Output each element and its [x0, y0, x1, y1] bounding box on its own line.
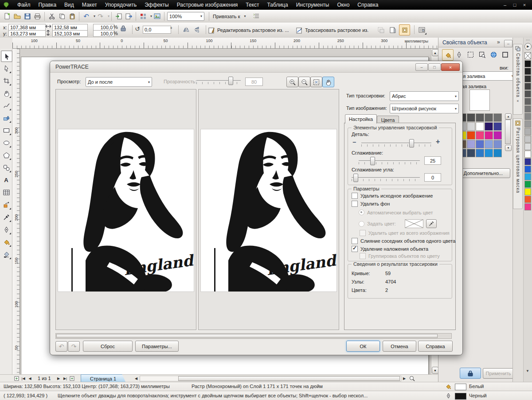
- scroll-down-button[interactable]: ▼: [432, 367, 438, 374]
- no-color-swatch[interactable]: [524, 52, 531, 59]
- remove-color-all-checkbox[interactable]: [360, 230, 366, 236]
- scale-y-field[interactable]: 100,0: [93, 30, 114, 37]
- polygon-tool[interactable]: [1, 150, 12, 160]
- fill-color-swatch[interactable]: [485, 149, 493, 157]
- hscroll-right-button[interactable]: ▶: [401, 375, 408, 381]
- fill-color-swatch[interactable]: [476, 131, 484, 140]
- redo-dropdown-arrow[interactable]: ▾: [108, 14, 110, 18]
- palette-swatch[interactable]: [524, 173, 531, 180]
- smart-fill-tool[interactable]: [1, 113, 12, 123]
- palette-swatch[interactable]: [524, 136, 531, 143]
- palette-swatch[interactable]: [524, 143, 531, 150]
- help-button[interactable]: Справка: [418, 341, 453, 352]
- next-page-button[interactable]: ▶: [55, 375, 62, 381]
- application-launcher-button[interactable]: [138, 11, 148, 21]
- fill-tool[interactable]: [1, 237, 12, 247]
- trace-bitmap-button[interactable]: Трассировать растровое из.: [296, 25, 368, 35]
- reset-button[interactable]: Сброс: [83, 341, 133, 352]
- image-type-combo[interactable]: Штриховой рисунок▾: [390, 104, 459, 113]
- fill-color-swatch[interactable]: [493, 122, 502, 131]
- first-page-button[interactable]: |◀: [20, 375, 27, 381]
- last-page-button[interactable]: ▶|: [62, 375, 69, 381]
- trace-type-combo[interactable]: Абрис▾: [390, 91, 459, 101]
- palette-swatch[interactable]: [524, 60, 531, 67]
- fill-color-swatch[interactable]: [476, 122, 484, 131]
- color-eyedropper-button[interactable]: [426, 219, 437, 228]
- navigator-zoom-button[interactable]: [408, 375, 417, 381]
- pan-button[interactable]: [322, 77, 334, 87]
- redo-button[interactable]: ↷: [95, 11, 106, 21]
- hscroll-left-button[interactable]: ◀: [133, 375, 140, 381]
- fill-color-swatch[interactable]: [485, 131, 493, 140]
- ellipse-tool[interactable]: [1, 137, 12, 148]
- remove-overlap-checkbox[interactable]: [352, 246, 358, 252]
- fill-color-swatch[interactable]: [476, 140, 484, 148]
- palette-swatch[interactable]: [524, 105, 531, 113]
- new-document-button[interactable]: [2, 11, 12, 21]
- remove-bg-checkbox[interactable]: [352, 201, 358, 207]
- canvas-hscrollbar-thumb[interactable]: [178, 376, 400, 381]
- palette-swatch[interactable]: [524, 90, 531, 97]
- dialog-minimize-button[interactable]: –: [415, 63, 428, 71]
- menu-item[interactable]: Справка: [353, 0, 382, 9]
- save-button[interactable]: [22, 11, 32, 21]
- mirror-horizontal-button[interactable]: [181, 24, 191, 35]
- bitmap-mode-button[interactable]: [387, 25, 398, 35]
- crop-tool[interactable]: [1, 75, 12, 86]
- rectangle-tool[interactable]: [1, 125, 12, 136]
- shape-tool[interactable]: [1, 63, 12, 74]
- grid-scroll-down[interactable]: ▼: [505, 145, 512, 151]
- fill-color-swatch[interactable]: [467, 140, 475, 148]
- import-button[interactable]: [113, 11, 124, 21]
- menu-item[interactable]: Окно: [333, 0, 353, 9]
- window-minimize-button[interactable]: –: [500, 2, 510, 8]
- ruler-origin-box[interactable]: [0, 38, 13, 49]
- paste-button[interactable]: [67, 11, 77, 21]
- docker-transform-icon[interactable]: [465, 49, 476, 60]
- palette-swatch[interactable]: [524, 113, 531, 120]
- x-position-field[interactable]: 107,368 мм: [8, 24, 46, 31]
- basic-shapes-tool[interactable]: [1, 162, 12, 173]
- set-color-swatch[interactable]: [405, 219, 423, 228]
- menu-item[interactable]: Эффекты: [141, 0, 173, 9]
- dimension-tool[interactable]: [1, 199, 12, 210]
- tab-bitmap-color-mask[interactable]: Растровая цветовая маска: [513, 118, 523, 209]
- scroll-up-button[interactable]: ▲: [432, 49, 438, 56]
- menu-item[interactable]: Файл: [13, 0, 35, 9]
- dialog-undo-button[interactable]: ↶: [55, 341, 67, 352]
- fill-color-swatch[interactable]: [467, 122, 475, 131]
- palette-swatch[interactable]: [524, 158, 531, 165]
- remove-source-checkbox[interactable]: [352, 193, 358, 199]
- dialog-options-button[interactable]: Параметры...: [135, 341, 179, 352]
- docker-chevron-icon[interactable]: »: [497, 39, 500, 45]
- dialog-close-button[interactable]: ×: [441, 63, 460, 71]
- copy-button[interactable]: [57, 11, 67, 21]
- fill-color-swatch[interactable]: [493, 131, 502, 140]
- preview-mode-combo[interactable]: До и после▾: [86, 77, 152, 87]
- add-page-end-button[interactable]: [69, 375, 75, 381]
- add-page-start-button[interactable]: [13, 375, 20, 381]
- docker-minimize-button[interactable]: –: [504, 40, 512, 47]
- fill-color-swatch[interactable]: [485, 140, 493, 148]
- fill-color-swatch[interactable]: [493, 113, 502, 122]
- docker-frame-icon[interactable]: [500, 49, 510, 60]
- docker-summary-icon[interactable]: [477, 49, 487, 60]
- scale-x-field[interactable]: 100,0: [93, 24, 114, 31]
- menu-item[interactable]: Макет: [78, 0, 101, 9]
- dialog-maximize-button[interactable]: □: [428, 63, 441, 71]
- tab-settings[interactable]: Настройка: [345, 114, 377, 124]
- y-position-field[interactable]: 163,273 мм: [8, 30, 46, 37]
- docker-internet-icon[interactable]: [488, 49, 499, 60]
- cut-button[interactable]: [47, 11, 57, 21]
- fill-color-swatch[interactable]: [485, 113, 493, 122]
- palette-swatch[interactable]: [524, 68, 531, 75]
- fill-color-swatch[interactable]: [476, 113, 484, 122]
- interactive-fill-tool[interactable]: [1, 249, 12, 260]
- mirror-vertical-button[interactable]: [192, 24, 202, 35]
- open-document-button[interactable]: [12, 11, 22, 21]
- scale-lock-icon[interactable]: [121, 25, 126, 31]
- detail-plus-icon[interactable]: +: [436, 138, 440, 146]
- page-tab[interactable]: Страница 1: [81, 374, 126, 382]
- fill-color-swatch[interactable]: [467, 131, 475, 140]
- palette-swatch[interactable]: [524, 196, 531, 203]
